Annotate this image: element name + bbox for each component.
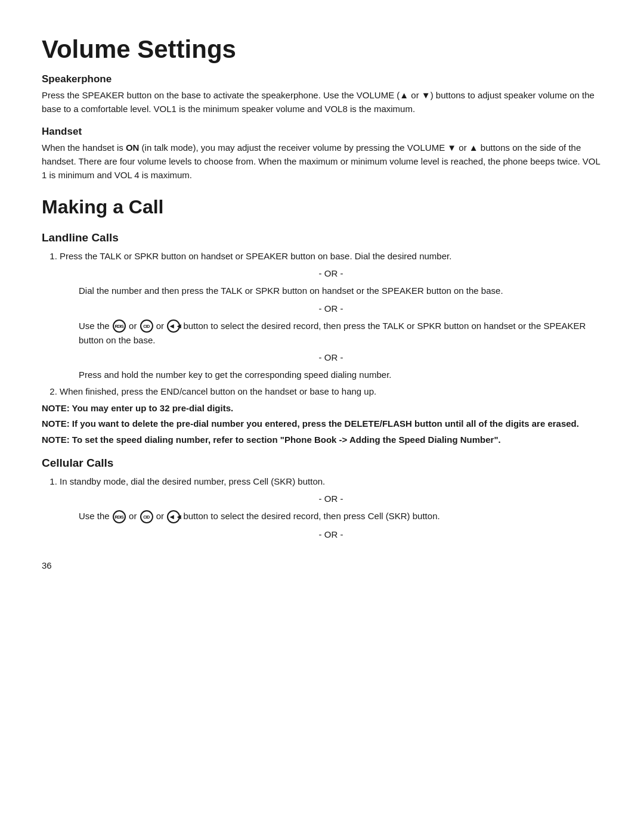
speakerphone-heading: Speakerphone — [42, 72, 602, 87]
icon-cid-2: CID — [140, 510, 153, 523]
landline-item-1d: Press and hold the number key to get the… — [79, 368, 602, 381]
speakerphone-text: Press the SPEAKER button on the base to … — [42, 88, 602, 116]
cellular-calls-heading: Cellular Calls — [42, 455, 602, 472]
cellular-item-1-text: In standby mode, dial the desired number… — [60, 476, 325, 486]
making-a-call-title: Making a Call — [42, 193, 602, 221]
cellular-calls-list: In standby mode, dial the desired number… — [60, 474, 602, 541]
cellular-item-1b-post: button to select the desired record, the… — [181, 511, 439, 521]
landline-or-1: or — [126, 321, 140, 331]
cellular-or-icons-1: or — [126, 511, 140, 521]
or-divider-1: - OR - — [60, 266, 602, 280]
landline-item-2: When finished, press the END/cancel butt… — [60, 384, 602, 398]
icon-cid: CID — [140, 319, 153, 333]
note-1: NOTE: You may enter up to 32 pre-dial di… — [42, 402, 602, 415]
or-divider-3: - OR - — [60, 350, 602, 364]
icon-rewind: ◄◄ — [167, 319, 180, 333]
icon-rewind-2: ◄◄ — [167, 510, 180, 523]
handset-text-pre: When the handset is — [42, 142, 126, 153]
handset-text: When the handset is ON (in talk mode), y… — [42, 141, 602, 182]
landline-calls-list: Press the TALK or SPKR button on handset… — [60, 249, 602, 398]
cellular-item-1b: Use the RDIS or CID or ◄◄ button to sele… — [79, 509, 602, 523]
landline-item-1b: Dial the number and then press the TALK … — [79, 284, 602, 297]
page-title: Volume Settings — [42, 36, 602, 63]
cellular-item-1: In standby mode, dial the desired number… — [60, 474, 602, 541]
landline-or-2: or — [154, 321, 167, 331]
page-number: 36 — [42, 559, 602, 573]
landline-item-1c-pre: Use the — [79, 321, 112, 331]
handset-bold: ON — [126, 142, 140, 153]
landline-item-1-text: Press the TALK or SPKR button on handset… — [60, 251, 451, 261]
landline-calls-heading: Landline Calls — [42, 229, 602, 247]
icon-rdis: RDIS — [113, 319, 126, 333]
or-divider-2: - OR - — [60, 302, 602, 315]
handset-heading: Handset — [42, 124, 602, 139]
cellular-or-2: - OR - — [60, 528, 602, 541]
cellular-item-1b-pre: Use the — [79, 511, 110, 521]
note-2: NOTE: If you want to delete the pre-dial… — [42, 417, 602, 431]
note-3: NOTE: To set the speed dialing number, r… — [42, 433, 602, 447]
landline-item-1c: Use the RDIS or CID or ◄◄ button to sele… — [79, 319, 602, 347]
landline-item-1: Press the TALK or SPKR button on handset… — [60, 249, 602, 382]
icon-rdis-2: RDIS — [113, 510, 126, 523]
cellular-or-1: - OR - — [60, 492, 602, 505]
cellular-or-icons-2: or — [154, 511, 167, 521]
